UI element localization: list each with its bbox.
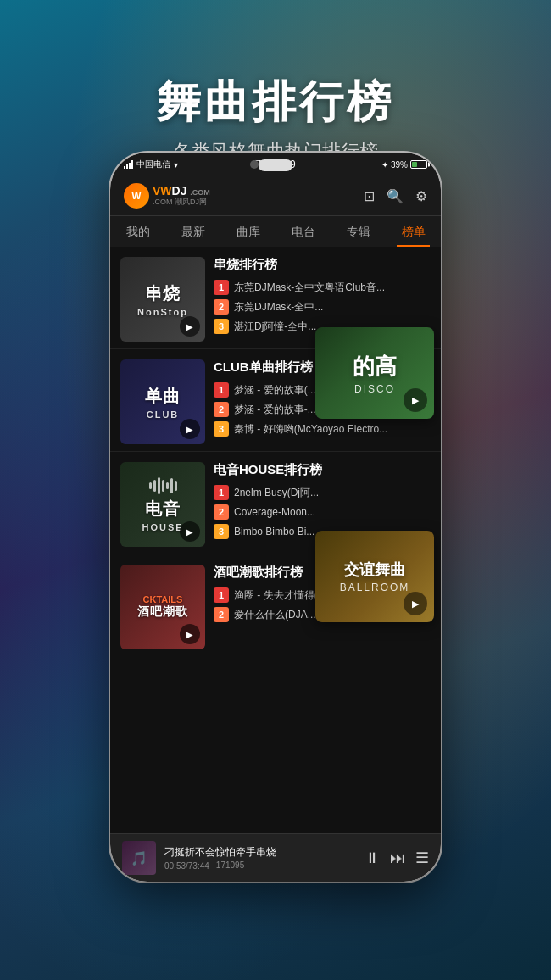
bar-label-main: 酒吧潮歌 [137, 604, 188, 620]
pause-button[interactable]: ⏸ [365, 849, 380, 867]
nonstop-label-sub: NonStop [137, 307, 188, 317]
house-label-main: 电音 [145, 498, 181, 521]
player-time: 00:53/73:44 [164, 861, 209, 871]
house-track-2[interactable]: 2 Coverage-Moon... [214, 504, 431, 520]
wifi-icon: ▾ [174, 160, 178, 170]
next-button[interactable]: ⏭ [390, 849, 405, 867]
club-track-name-1: 梦涵 - 爱的故事(... [234, 383, 316, 398]
logo-circle: W [124, 183, 149, 209]
ballroom-card[interactable]: 交谊舞曲 BALLROOM ▶ [315, 531, 434, 622]
logo-w: W [131, 190, 141, 202]
ballroom-label-main: 交谊舞曲 [344, 560, 405, 580]
player-info: 刁挺折不会惊怕牵手串烧 00:53/73:44 171095 [164, 845, 356, 871]
rank-badge-1: 1 [214, 280, 229, 295]
player-count: 171095 [216, 860, 244, 870]
house-label-sub: HOUSE [142, 522, 183, 532]
signal-icon [124, 160, 133, 169]
phone-camera [250, 160, 259, 169]
bar-rank-1: 1 [214, 587, 229, 603]
search-icon[interactable]: 🔍 [387, 188, 404, 204]
house-track-name-1: 2nelm Busy(Dj阿... [234, 486, 319, 500]
nonstop-info: 串烧排行榜 1 东莞DJMask-全中文粤语Club音... 2 东莞DJMas… [214, 257, 431, 338]
nonstop-thumb[interactable]: 串烧 NonStop ▶ [120, 257, 205, 342]
battery-info: ✦ 39% [381, 160, 427, 170]
player-title: 刁挺折不会惊怕牵手串烧 [164, 845, 356, 860]
logo-com: .COM [190, 188, 210, 197]
bar-play-btn[interactable]: ▶ [180, 624, 200, 644]
logo-vw: VW [153, 184, 172, 198]
house-rank-2: 2 [214, 504, 229, 520]
bar-label-cocktails: CKTAILS [143, 594, 183, 604]
tab-charts[interactable]: 榜单 [386, 216, 441, 247]
house-title: 电音HOUSE排行榜 [214, 462, 431, 478]
tab-radio[interactable]: 电台 [276, 216, 331, 247]
carrier-name: 中国电信 [136, 159, 170, 170]
ballroom-play-btn[interactable]: ▶ [404, 592, 427, 615]
playlist-button[interactable]: ☰ [415, 849, 429, 867]
app-logo[interactable]: W VWDJ .COM .COM 潮风DJ网 [124, 183, 210, 209]
house-track-1[interactable]: 1 2nelm Busy(Dj阿... [214, 485, 431, 500]
club-label-sub: CLUB [147, 409, 180, 420]
club-track-name-3: 秦博 - 好嗨哟(McYaoyao Electro... [234, 422, 387, 437]
header-icons: ⊡ 🔍 ⚙ [364, 188, 427, 204]
club-track-name-2: 梦涵 - 爱的故事-... [234, 403, 316, 417]
rank-badge-3: 3 [214, 319, 229, 334]
club-rank-1: 1 [214, 382, 229, 398]
nonstop-track-1[interactable]: 1 东莞DJMask-全中文粤语Club音... [214, 280, 431, 295]
disco-play-btn[interactable]: ▶ [404, 388, 427, 412]
track-name-1: 东莞DJMask-全中文粤语Club音... [234, 281, 385, 295]
house-rank-1: 1 [214, 485, 229, 500]
house-track-name-2: Coverage-Moon... [234, 506, 315, 518]
logo-main-text: VWDJ .COM [153, 185, 210, 197]
nav-tabs: 我的 最新 曲库 电台 专辑 榜单 [110, 215, 441, 247]
house-track-name-3: Bimbo Bimbo Bi... [234, 526, 314, 537]
track-name-3: 湛江Dj阿憧-全中... [234, 320, 316, 334]
tab-latest[interactable]: 最新 [165, 216, 220, 247]
club-play-btn[interactable]: ▶ [180, 419, 200, 439]
app-header: W VWDJ .COM .COM 潮风DJ网 ⊡ 🔍 ⚙ [110, 176, 441, 215]
bar-rank-2: 2 [214, 607, 229, 622]
phone-home-button[interactable] [259, 159, 292, 171]
sound-wave [149, 477, 177, 494]
battery-percent: 39% [391, 160, 408, 170]
ballroom-label-sub: BALLROOM [340, 582, 410, 593]
nonstop-label-main: 串烧 [145, 282, 181, 305]
house-rank-3: 3 [214, 524, 229, 539]
battery-icon [410, 160, 427, 169]
track-name-2: 东莞DJMask-全中... [234, 300, 323, 315]
club-track-3[interactable]: 3 秦博 - 好嗨哟(McYaoyao Electro... [214, 421, 431, 437]
club-label-main: 单曲 [145, 385, 181, 408]
logo-text-block: VWDJ .COM .COM 潮风DJ网 [153, 185, 210, 208]
settings-icon[interactable]: ⚙ [415, 188, 427, 204]
player-thumb-icon: 🎵 [131, 850, 147, 866]
tab-mine[interactable]: 我的 [110, 216, 165, 247]
house-thumb[interactable]: 电音 HOUSE ▶ [120, 462, 205, 547]
disco-card[interactable]: 的高 DISCO ▶ [315, 327, 434, 419]
carrier-info: 中国电信 ▾ [124, 159, 178, 170]
multi-window-icon[interactable]: ⊡ [364, 188, 375, 204]
content-area: 串烧 NonStop ▶ 串烧排行榜 1 东莞DJMask-全中文粤语Club音… [110, 247, 441, 833]
phone-frame: 中国电信 ▾ 下午3:39 ✦ 39% W VWDJ .COM [110, 153, 441, 882]
player-thumbnail[interactable]: 🎵 [122, 841, 156, 875]
disco-label-sub: DISCO [354, 383, 395, 395]
bar-track-name-2: 爱什么什么(DJA... [234, 608, 316, 622]
nonstop-play-btn[interactable]: ▶ [180, 316, 200, 337]
rank-badge-2: 2 [214, 299, 229, 315]
disco-label-main: 的高 [353, 352, 397, 381]
tab-library[interactable]: 曲库 [220, 216, 276, 247]
club-rank-2: 2 [214, 402, 229, 417]
club-thumb[interactable]: 单曲 CLUB ▶ [120, 359, 205, 444]
bluetooth-icon: ✦ [381, 160, 388, 170]
house-play-btn[interactable]: ▶ [180, 521, 200, 542]
nonstop-track-2[interactable]: 2 东莞DJMask-全中... [214, 299, 431, 315]
tab-album[interactable]: 专辑 [331, 216, 386, 247]
page-title: 舞曲排行榜 [157, 73, 394, 132]
nonstop-title: 串烧排行榜 [214, 257, 431, 273]
club-rank-3: 3 [214, 421, 229, 437]
player-controls: ⏸ ⏭ ☰ [365, 849, 429, 867]
logo-dj: DJ [172, 184, 187, 198]
logo-sub: .COM 潮风DJ网 [153, 197, 210, 208]
bar-thumb[interactable]: CKTAILS 酒吧潮歌 ▶ [120, 565, 205, 649]
bottom-player: 🎵 刁挺折不会惊怕牵手串烧 00:53/73:44 171095 ⏸ ⏭ ☰ [110, 833, 441, 882]
